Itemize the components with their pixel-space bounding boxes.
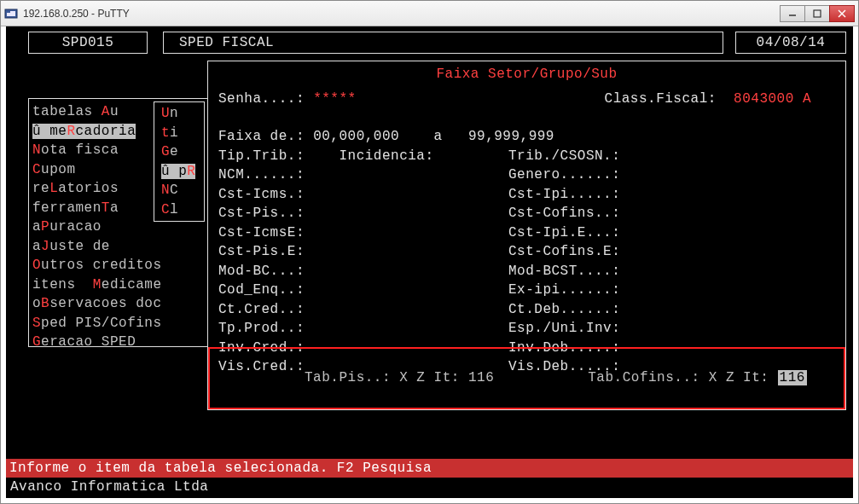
sub-menu-item[interactable]: NC	[154, 181, 204, 200]
field-row: Cst-Pis.E: Cst-Cofins.E:	[218, 242, 835, 262]
field-row: Ct.Cred..: Ct.Deb......:	[218, 300, 835, 320]
window-controls	[781, 5, 855, 22]
panel-title: Faixa Setor/Grupo/Sub	[208, 61, 845, 90]
header-title: SPED FISCAL	[163, 32, 723, 54]
menu-item[interactable]: oBservacoes doc	[32, 294, 207, 314]
menu-item[interactable]: Geracao SPED	[32, 333, 207, 352]
tab-pis-label: Tab.Pis..:	[305, 370, 391, 385]
sub-menu-item[interactable]: û pR	[154, 162, 204, 182]
sub-menu-item[interactable]: ti	[154, 124, 204, 143]
field-row: Cst-Pis..: Cst-Cofins..:	[218, 204, 835, 223]
sub-menu-item[interactable]: Ge	[154, 142, 204, 162]
header-row: SPD015 SPED FISCAL 04/08/14	[13, 32, 846, 54]
panel-body: Senha....: ***** Class.Fiscal: 8043000 A…	[208, 90, 845, 377]
tab-pis-value[interactable]: X Z It: 116	[399, 370, 494, 385]
menu-item[interactable]: Sped PIS/Cofins	[32, 314, 207, 333]
class-fiscal-label: Class.Fiscal:	[605, 90, 717, 109]
senha-label: Senha....:	[218, 90, 305, 109]
titlebar[interactable]: 192.168.0.250 - PuTTY	[1, 1, 858, 26]
field-row: Cst-IcmsE: Cst-Ipi.E...:	[218, 223, 835, 243]
sub-menu-item[interactable]: Cl	[154, 200, 204, 220]
footer: Avanco Informatica Ltda	[10, 478, 208, 497]
field-row: Tip.Trib.: Incidencia:Trib./CSOSN.:	[218, 147, 835, 166]
window-title: 192.168.0.250 - PuTTY	[23, 8, 130, 20]
app-window: 192.168.0.250 - PuTTY SPD015 SPED FISCAL…	[0, 0, 859, 504]
status-bar: Informe o item da tabela selecionada. F2…	[6, 459, 853, 478]
field-row: NCM......: Genero......:	[218, 165, 835, 185]
field-row: Tp.Prod..: Esp./Uni.Inv:	[218, 319, 835, 339]
tab-cofins-label: Tab.Cofins..:	[588, 370, 699, 385]
senha-row: Senha....: ***** Class.Fiscal: 8043000 A	[218, 90, 835, 109]
highlight-row[interactable]: Tab.Pis..: X Z It: 116Tab.Cofins..: X Z …	[208, 347, 845, 410]
field-row: Cst-Icms.: Cst-Ipi.....:	[218, 185, 835, 205]
svg-rect-2	[7, 11, 10, 13]
titlebar-left: 192.168.0.250 - PuTTY	[4, 7, 130, 20]
tab-cofins-item[interactable]: 116	[778, 370, 807, 385]
senha-value: *****	[313, 90, 357, 109]
content-area: tabelas Auû meRcadoriaNota fiscaCupomreL…	[13, 61, 846, 419]
minimize-button[interactable]	[780, 5, 805, 22]
svg-rect-4	[814, 10, 821, 17]
field-row: Faixa de.: 00,000,000 a 99,999,999	[218, 127, 835, 147]
right-panel: Faixa Setor/Grupo/Sub Senha....: ***** C…	[207, 61, 846, 410]
menu-item[interactable]: itens Medicame	[32, 275, 207, 295]
sub-menu-item[interactable]: Un	[154, 104, 204, 124]
class-fiscal-value: 8043000 A	[734, 90, 811, 109]
header-date: 04/08/14	[735, 32, 846, 54]
maximize-button[interactable]	[804, 5, 830, 22]
menu-item[interactable]: aJuste de	[32, 237, 207, 257]
menu-item[interactable]: Outros creditos	[32, 256, 207, 275]
sub-menu: UntiGeû pRNCCl	[154, 101, 205, 222]
terminal[interactable]: SPD015 SPED FISCAL 04/08/14 tabelas Auû …	[1, 26, 858, 503]
close-button[interactable]	[829, 5, 855, 22]
field-row: Cod_Enq..: Ex-ipi......:	[218, 281, 835, 300]
header-code: SPD015	[28, 32, 148, 54]
field-row: Mod-BC...: Mod-BCST....:	[218, 262, 835, 281]
tab-cofins-value[interactable]: X Z It:	[709, 370, 769, 385]
putty-icon	[4, 7, 18, 20]
